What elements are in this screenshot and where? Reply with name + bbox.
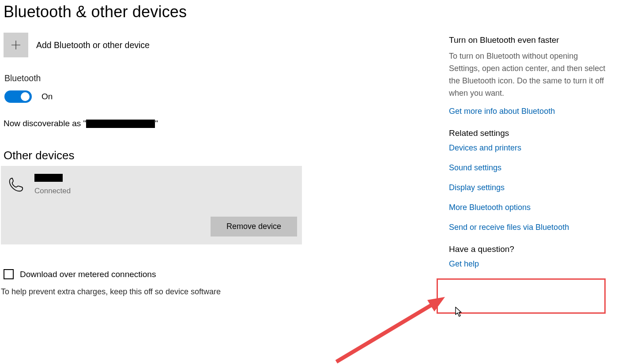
bluetooth-state-text: On: [41, 92, 53, 101]
add-device-label: Add Bluetooth or other device: [36, 40, 150, 50]
annotation-highlight-box: [437, 278, 606, 314]
related-heading: Related settings: [449, 128, 610, 138]
add-device-button[interactable]: [4, 33, 28, 57]
tip-link[interactable]: Get more info about Bluetooth: [449, 107, 610, 116]
plus-icon: [11, 40, 21, 50]
question-heading: Have a question?: [449, 244, 610, 254]
discoverable-text: Now discoverable as "": [4, 119, 437, 128]
svg-line-0: [336, 302, 436, 362]
metered-label: Download over metered connections: [20, 270, 156, 279]
link-get-help[interactable]: Get help: [449, 259, 610, 269]
metered-help-text: To help prevent extra charges, keep this…: [1, 287, 437, 296]
device-status: Connected: [34, 187, 71, 195]
bluetooth-label: Bluetooth: [4, 73, 437, 83]
device-name: [34, 174, 71, 184]
link-display-settings[interactable]: Display settings: [449, 183, 610, 192]
tip-heading: Turn on Bluetooth even faster: [449, 35, 610, 45]
link-send-receive-files-bluetooth[interactable]: Send or receive files via Bluetooth: [449, 223, 610, 232]
phone-icon: [6, 176, 25, 194]
link-devices-and-printers[interactable]: Devices and printers: [449, 143, 610, 153]
redacted-device-name: [86, 120, 155, 128]
other-devices-heading: Other devices: [4, 149, 437, 162]
page-title: Bluetooth & other devices: [4, 3, 437, 21]
tip-body: To turn on Bluetooth without opening Set…: [449, 50, 610, 100]
link-more-bluetooth-options[interactable]: More Bluetooth options: [449, 203, 610, 212]
toggle-knob: [21, 92, 30, 101]
bluetooth-toggle[interactable]: [4, 90, 32, 103]
cursor-icon: [455, 307, 463, 317]
remove-device-button[interactable]: Remove device: [211, 217, 297, 236]
svg-marker-1: [427, 297, 445, 311]
redacted-paired-device-name: [34, 174, 63, 182]
device-card[interactable]: Connected Remove device: [1, 166, 302, 244]
metered-checkbox[interactable]: [4, 269, 14, 279]
link-sound-settings[interactable]: Sound settings: [449, 163, 610, 173]
add-device-row[interactable]: Add Bluetooth or other device: [4, 33, 437, 57]
